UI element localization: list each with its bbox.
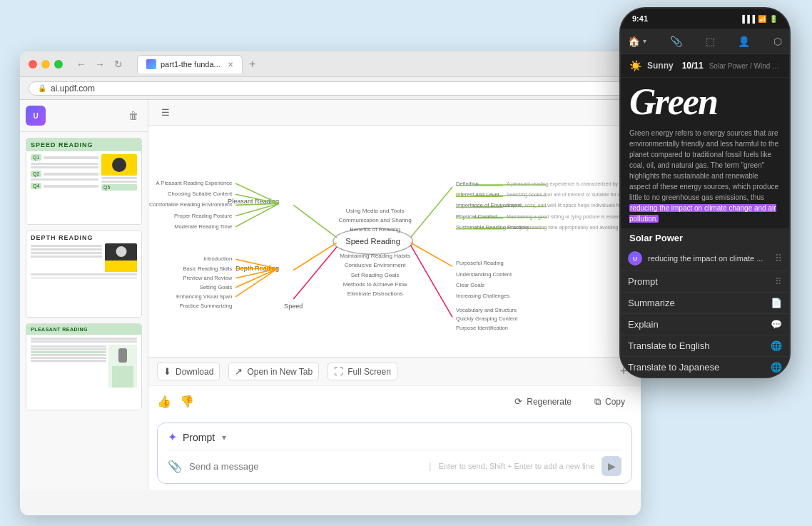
phone-date-bar: ☀️ Sunny 10/11 Solar Power / Wind Power … bbox=[621, 54, 789, 78]
close-button[interactable] bbox=[29, 60, 37, 69]
phone-menu-translate-jp-icon: 🌐 bbox=[771, 362, 782, 373]
svg-text:Increasing Challenges: Increasing Challenges bbox=[456, 293, 509, 299]
chevron-icon: ▾ bbox=[643, 37, 646, 45]
back-button[interactable]: ← bbox=[74, 57, 88, 71]
phone-weather-text: Sunny bbox=[647, 61, 674, 71]
copy-label: Copy bbox=[605, 397, 625, 407]
svg-text:Choosing Suitable Content: Choosing Suitable Content bbox=[168, 191, 233, 197]
svg-text:Moderate Reading Time: Moderate Reading Time bbox=[174, 223, 232, 230]
phone-big-word-container: Green bbox=[621, 78, 789, 123]
battery-icon: 🔋 bbox=[769, 15, 778, 23]
svg-text:Clear Goals: Clear Goals bbox=[456, 282, 484, 288]
phone-menu-translate-en-label: Translate to English bbox=[628, 340, 765, 351]
svg-text:Enhancing Visual Span: Enhancing Visual Span bbox=[176, 293, 232, 300]
open-new-tab-label: Open in New Tab bbox=[247, 367, 313, 377]
browser-titlebar: ← → ↻ part1-the funda... ✕ + bbox=[20, 51, 641, 77]
active-tab[interactable]: part1-the funda... ✕ bbox=[137, 55, 243, 74]
open-new-tab-button[interactable]: ↗ Open in New Tab bbox=[228, 363, 319, 380]
svg-text:Setting Goals: Setting Goals bbox=[200, 284, 233, 290]
download-button[interactable]: ⬇ Download bbox=[157, 363, 220, 380]
svg-text:Using Media and Tools: Using Media and Tools bbox=[346, 208, 405, 214]
thumb-speed-header: SPEED READING bbox=[26, 138, 141, 151]
full-screen-label: Full Screen bbox=[347, 367, 391, 377]
tab-label: part1-the funda... bbox=[161, 60, 220, 69]
svg-line-32 bbox=[293, 247, 337, 299]
phone-menu-translate-jp[interactable]: Translate to Japanese 🌐 bbox=[621, 357, 789, 377]
page-thumb-2[interactable]: DEPTH READING bbox=[26, 231, 142, 318]
lock-icon: 🔒 bbox=[38, 84, 46, 92]
phone-highlighted-text[interactable]: reducing the impact on climate change an… bbox=[629, 204, 776, 223]
copy-icon: ⧉ bbox=[594, 396, 601, 408]
reload-button[interactable]: ↻ bbox=[111, 57, 126, 71]
browser-content: U 🗑 SPEED READING Q1 bbox=[20, 100, 641, 490]
svg-text:Conducive Environment: Conducive Environment bbox=[345, 262, 407, 268]
phone-section-title: Solar Power bbox=[621, 228, 789, 246]
svg-text:Quickly Grasping Content: Quickly Grasping Content bbox=[456, 315, 518, 322]
svg-text:Introduction: Introduction bbox=[204, 256, 233, 262]
phone-action-icon-2[interactable]: 👤 bbox=[738, 36, 750, 47]
chevron-down-icon[interactable]: ▾ bbox=[222, 433, 226, 442]
phone-menu-summarize-label: Summarize bbox=[628, 298, 765, 308]
regenerate-button[interactable]: ⟳ Regenerate bbox=[507, 393, 579, 410]
svg-line-2 bbox=[293, 205, 337, 238]
tab-bar: part1-the funda... ✕ + bbox=[137, 55, 632, 74]
page-thumb-1[interactable]: SPEED READING Q1 Q2 bbox=[26, 138, 142, 225]
phone-status-bar: 9:41 ▐▐▐ 📶 🔋 bbox=[621, 9, 789, 29]
phone-menu-translate-icon: 🌐 bbox=[771, 340, 782, 351]
sparkle-icon: ✦ bbox=[168, 430, 177, 444]
phone-menu-prompt[interactable]: Prompt ⠿ bbox=[621, 271, 789, 293]
svg-text:Preview and Review: Preview and Review bbox=[183, 275, 233, 281]
phone-menu-translate-jp-label: Translate to Japanese bbox=[628, 362, 765, 373]
weather-icon: ☀️ bbox=[629, 60, 641, 71]
phone-ai-suggestion[interactable]: U reducing the impact on climate ... ⠿ bbox=[621, 246, 789, 271]
attach-icon[interactable]: 📎 bbox=[168, 460, 182, 473]
thumbs-up-icon[interactable]: 👍 bbox=[157, 395, 171, 408]
new-tab-button[interactable]: + bbox=[245, 57, 260, 71]
traffic-lights bbox=[29, 60, 63, 69]
phone-menu-explain[interactable]: Explain 💬 bbox=[621, 314, 789, 335]
external-link-icon: ↗ bbox=[235, 366, 243, 377]
copy-button[interactable]: ⧉ Copy bbox=[587, 393, 632, 410]
delete-icon[interactable]: 🗑 bbox=[125, 107, 142, 124]
pdf-view: Speed Reading Pleasant Reading A Pleasan… bbox=[148, 126, 641, 357]
send-button[interactable]: ▶ bbox=[602, 456, 621, 476]
prompt-input[interactable] bbox=[189, 461, 422, 472]
phone-ai-suggestion-text: reducing the impact on climate ... bbox=[648, 254, 769, 263]
full-screen-button[interactable]: ⛶ Full Screen bbox=[328, 363, 397, 380]
phone-menu-chat-icon: 💬 bbox=[771, 319, 782, 330]
fullscreen-icon: ⛶ bbox=[334, 366, 343, 377]
tab-close-icon[interactable]: ✕ bbox=[228, 61, 233, 69]
mindmap-svg: Speed Reading Pleasant Reading A Pleasan… bbox=[148, 126, 641, 357]
download-icon: ⬇ bbox=[163, 366, 171, 377]
pdf-bottom-bar: ⬇ Download ↗ Open in New Tab ⛶ Full Scre… bbox=[148, 357, 641, 385]
phone-menu-summarize[interactable]: Summarize 📄 bbox=[621, 293, 789, 314]
phone-menu-explain-label: Explain bbox=[628, 319, 765, 330]
phone-content: ☀️ Sunny 10/11 Solar Power / Wind Power … bbox=[621, 54, 789, 377]
phone-ai-logo: U bbox=[628, 251, 642, 265]
page-thumb-3[interactable]: PLEASANT READING bbox=[26, 323, 142, 410]
svg-text:Understanding Content: Understanding Content bbox=[456, 271, 512, 278]
maximize-button[interactable] bbox=[54, 60, 63, 69]
regenerate-icon: ⟳ bbox=[514, 396, 522, 407]
phone-ai-grid-icon: ⠿ bbox=[775, 253, 782, 264]
svg-line-7 bbox=[235, 203, 279, 216]
minimize-button[interactable] bbox=[41, 60, 50, 69]
svg-line-50 bbox=[410, 243, 452, 266]
home-button[interactable]: 🏠 ▾ bbox=[628, 36, 646, 47]
phone-menu-doc-icon: 📄 bbox=[771, 298, 782, 308]
phone-menu-translate-en[interactable]: Translate to English 🌐 bbox=[621, 335, 789, 357]
thumb-pleasant-header: PLEASANT READING bbox=[26, 324, 141, 335]
phone-action-icon-1[interactable]: ⬚ bbox=[706, 36, 715, 47]
thumbs-down-icon[interactable]: 👎 bbox=[180, 395, 194, 408]
sidebar-toolbar: U 🗑 bbox=[20, 100, 148, 132]
phone-action-icon-3[interactable]: ⬡ bbox=[773, 36, 782, 47]
svg-text:Eliminate Distractions: Eliminate Distractions bbox=[347, 290, 403, 297]
forward-button[interactable]: → bbox=[93, 57, 107, 71]
phone-menu: Prompt ⠿ Summarize 📄 Explain 💬 Translate… bbox=[621, 271, 789, 377]
divider: | bbox=[429, 461, 431, 471]
address-bar[interactable]: 🔒 ai.updf.com bbox=[29, 81, 632, 96]
paperclip-icon[interactable]: 📎 bbox=[670, 36, 682, 47]
svg-line-8 bbox=[235, 203, 279, 226]
menu-icon[interactable]: ☰ bbox=[157, 104, 174, 121]
sidebar: U 🗑 SPEED READING Q1 bbox=[20, 100, 148, 490]
